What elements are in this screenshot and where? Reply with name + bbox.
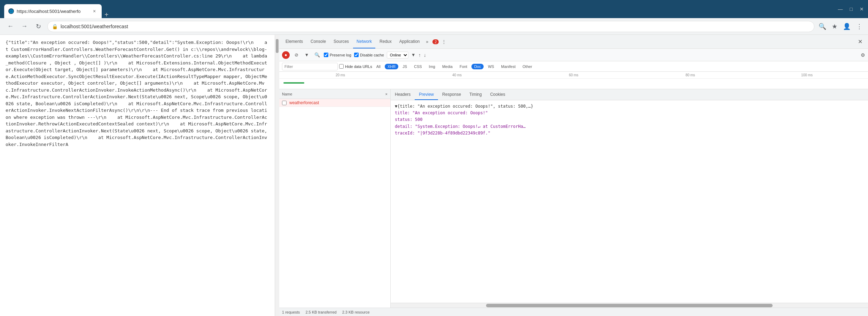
tab-favicon: 🌐 [8, 8, 14, 14]
minimize-button[interactable]: — [838, 6, 843, 12]
devtools-options-button[interactable]: ⋮ [439, 39, 448, 45]
filter-css[interactable]: CSS [411, 64, 425, 69]
back-button[interactable]: ← [6, 22, 15, 31]
devtools-panel: Elements Console Sources Network Redux A… [279, 35, 868, 316]
tab-close-button[interactable]: × [91, 8, 97, 14]
transferred-size: 2.5 KB transferred [305, 310, 336, 314]
disable-cache-checkbox[interactable] [354, 53, 359, 57]
tab-preview[interactable]: Preview [415, 89, 438, 100]
tab-bar: 🌐 https://localhost:5001/weatherfo × + [4, 0, 835, 18]
filter-img[interactable]: Img [426, 64, 438, 69]
maximize-button[interactable]: □ [850, 6, 853, 12]
reload-button[interactable]: ↻ [33, 22, 43, 31]
devtools-statusbar: 1 requests 2.5 KB transferred 2.3 KB res… [279, 308, 868, 316]
upload-button[interactable]: ↑ [419, 52, 421, 58]
devtools-close-button[interactable]: ✕ [855, 37, 865, 46]
filter-manifest[interactable]: Manifest [498, 64, 518, 69]
filter-xhr[interactable]: XHR [385, 64, 398, 69]
request-name: weatherforecast [289, 100, 388, 105]
disable-cache-label[interactable]: Disable cache [354, 53, 384, 57]
preserve-log-checkbox[interactable] [324, 53, 328, 57]
browser-tab[interactable]: 🌐 https://localhost:5001/weatherfo × [4, 4, 102, 18]
preserve-log-label[interactable]: Preserve log [324, 53, 351, 57]
timeline-label-40ms: 40 ms [399, 73, 515, 77]
requests-header-name: Name [282, 92, 385, 96]
timeline-label-100ms: 100 ms [749, 73, 865, 77]
tab-network[interactable]: Network [353, 35, 375, 48]
timeline-label-20ms: 20 ms [282, 73, 399, 77]
resource-size: 2.3 KB resource [342, 310, 370, 314]
lock-icon: 🔒 [52, 24, 58, 29]
json-line-3: status: 500 [395, 116, 864, 123]
filter-doc[interactable]: Doc [471, 64, 484, 69]
requests-header-close[interactable]: × [385, 92, 388, 96]
filter-other[interactable]: Other [520, 64, 535, 69]
tab-cookies[interactable]: Cookies [486, 89, 509, 100]
tab-headers[interactable]: Headers [391, 89, 415, 100]
network-throttle-select[interactable]: Online [387, 52, 408, 59]
json-line-4: detail: "System.Exception: Ooops!↵ at Cu… [395, 123, 864, 130]
detail-content: ▼{title: "An exception occured: Ooops!",… [391, 100, 868, 303]
tab-redux[interactable]: Redux [376, 35, 395, 48]
filter-font[interactable]: Font [457, 64, 470, 69]
download-button[interactable]: ↓ [424, 52, 426, 58]
browser-titlebar: 🌐 https://localhost:5001/weatherfo × + —… [0, 0, 868, 18]
devtools-more-button[interactable]: » [424, 38, 431, 46]
clear-button[interactable]: ⊘ [292, 51, 300, 59]
tab-console[interactable]: Console [307, 35, 329, 48]
filter-js[interactable]: JS [400, 64, 410, 69]
page-content-wrapper: {"title":"An exception occured: Ooops!",… [0, 35, 279, 316]
filter-icon[interactable]: ▼ [303, 51, 311, 59]
profile-button[interactable]: 👤 [843, 23, 851, 30]
bookmark-button[interactable]: ★ [832, 23, 837, 30]
filter-ws[interactable]: WS [485, 64, 497, 69]
request-checkbox[interactable] [282, 101, 287, 105]
forward-button[interactable]: → [19, 22, 29, 31]
settings-button[interactable]: ⚙ [861, 52, 865, 58]
tab-elements[interactable]: Elements [282, 35, 306, 48]
devtools-toolbar: Elements Console Sources Network Redux A… [279, 35, 868, 49]
new-tab-button[interactable]: + [102, 11, 111, 18]
menu-button[interactable]: ⋮ [856, 23, 862, 30]
page-scrollbar[interactable] [275, 35, 279, 316]
requests-list: Name × weatherforecast [279, 89, 391, 308]
search-button[interactable]: 🔍 [313, 51, 321, 59]
filter-all[interactable]: All [374, 64, 383, 69]
url-bar[interactable]: 🔒 localhost:5001/weatherforecast [47, 21, 814, 32]
page-scrollbar-thumb[interactable] [276, 39, 279, 53]
detail-scrollbar-thumb [486, 304, 773, 307]
tab-sources[interactable]: Sources [330, 35, 352, 48]
close-button[interactable]: ✕ [860, 6, 864, 12]
address-bar: ← → ↻ 🔒 localhost:5001/weatherforecast 🔍… [0, 18, 868, 35]
network-panel: Name × weatherforecast Headers Preview R… [279, 89, 868, 308]
json-line-2: title: "An exception occured: Ooops!" [395, 110, 864, 116]
filter-input[interactable] [282, 63, 338, 70]
main-content: {"title":"An exception occured: Ooops!",… [0, 35, 868, 316]
hide-data-urls-label[interactable]: Hide data URLs [339, 64, 372, 69]
json-line-5: traceId: "|9f3d228b-4f89dbd22349c89f." [395, 130, 864, 137]
json-line-1: ▼{title: "An exception occured: Ooops!",… [395, 103, 864, 110]
url-text: localhost:5001/weatherforecast [61, 24, 810, 29]
window-controls: — □ ✕ [838, 6, 864, 12]
request-item[interactable]: weatherforecast [279, 99, 390, 107]
detail-tabs: Headers Preview Response Timing Cookies [391, 89, 868, 100]
tab-title: https://localhost:5001/weatherfo [17, 9, 88, 14]
tab-timing[interactable]: Timing [465, 89, 486, 100]
address-bar-actions: 🔍 ★ 👤 ⋮ [819, 23, 862, 30]
network-filter-bar: Hide data URLs All XHR JS CSS Img Media … [279, 61, 868, 72]
hide-data-urls-checkbox[interactable] [339, 64, 344, 69]
tab-application[interactable]: Application [396, 35, 423, 48]
filter-media[interactable]: Media [439, 64, 455, 69]
requests-count: 1 requests [282, 310, 300, 314]
throttle-dropdown-icon[interactable]: ▼ [411, 52, 416, 57]
timeline-area: 20 ms 40 ms 60 ms 80 ms 100 ms [279, 72, 868, 89]
timeline-labels: 20 ms 40 ms 60 ms 80 ms 100 ms [279, 72, 868, 79]
tab-response[interactable]: Response [438, 89, 465, 100]
requests-header: Name × [279, 89, 390, 99]
record-button[interactable]: ● [282, 51, 290, 59]
request-detail: Headers Preview Response Timing Cookies … [391, 89, 868, 308]
timeline-bar-area [279, 79, 868, 87]
zoom-button[interactable]: 🔍 [819, 23, 826, 30]
devtools-controls: ● ⊘ ▼ 🔍 Preserve log Disable cache Onlin… [279, 49, 868, 61]
detail-horizontal-scrollbar[interactable] [391, 303, 868, 308]
